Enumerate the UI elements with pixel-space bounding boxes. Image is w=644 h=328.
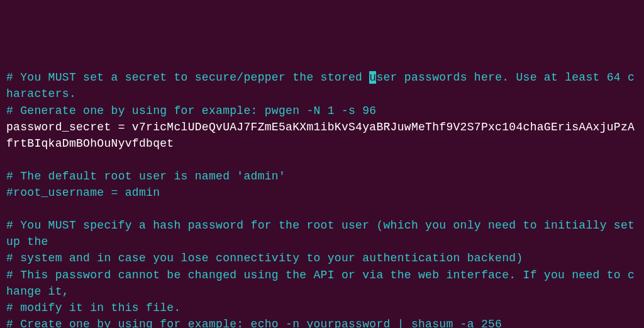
comment-hash-password-4: # modify it in this file.	[6, 302, 181, 314]
config-password-secret: password_secret = v7ricMclUDeQvUAJ7FZmE5…	[6, 121, 635, 150]
comment-generate-pwgen: # Generate one by using for example: pwg…	[6, 105, 376, 117]
comment-default-root-user: # The default root user is named 'admin'	[6, 170, 286, 183]
comment-hash-password-3: # This password cannot be changed using …	[6, 269, 635, 298]
comment-create-shasum: # Create one by using for example: echo …	[6, 318, 502, 328]
comment-hash-password-1: # You MUST specify a hash password for t…	[6, 219, 641, 248]
comment-hash-password-2: # system and in case you lose connectivi…	[6, 252, 523, 264]
comment-secret-pepper-part1: # You MUST set a secret to secure/pepper…	[6, 71, 369, 84]
text-cursor: u	[369, 71, 376, 84]
comment-root-username: #root_username = admin	[6, 186, 160, 199]
